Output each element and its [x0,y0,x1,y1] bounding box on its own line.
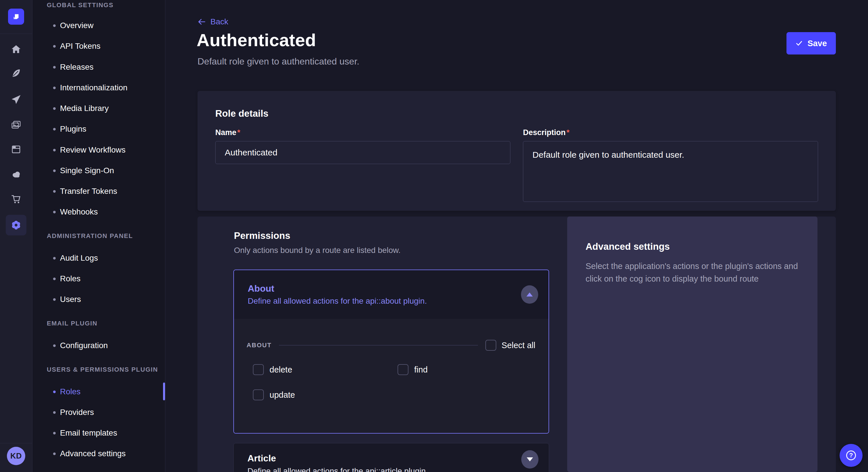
sidebar-item-media-library[interactable]: Media Library [32,98,165,119]
help-button[interactable]: ? [840,444,863,467]
section-users-permissions-plugin: USERS & PERMISSIONS PLUGIN [47,366,158,374]
divider-line [279,345,478,345]
sidebar-item-admin-roles[interactable]: Roles [32,268,165,289]
collapse-button[interactable] [521,285,538,304]
sidebar-item-releases[interactable]: Releases [32,57,165,77]
action-delete: delete [253,364,398,375]
sidebar-item-configuration[interactable]: Configuration [32,335,165,356]
page-title: Authenticated [197,30,316,50]
back-link[interactable]: Back [197,17,228,26]
expand-button[interactable] [521,450,538,469]
rail-divider [0,34,32,34]
accordion-article-title: Article [247,453,535,464]
chevron-up-icon [526,293,533,297]
strapi-logo-icon [11,12,21,22]
check-icon [795,40,803,47]
bullet-icon [53,278,56,280]
about-group-label: ABOUT [247,341,272,349]
main-content: Back Authenticated Default role given to… [165,0,868,472]
bullet-icon [53,128,56,131]
rail-divider [0,443,32,443]
select-all-checkbox[interactable] [485,340,496,351]
action-find: find [398,364,428,375]
accordion-article[interactable]: Article Define all allowed actions for t… [234,443,549,472]
sidebar-item-email-templates[interactable]: Email templates [32,423,165,443]
accordion-about-body: ABOUT Select all delete find [234,319,549,433]
required-asterisk: * [567,128,570,137]
sidebar-item-audit-logs[interactable]: Audit Logs [32,248,165,268]
action-update: update [253,390,398,400]
deploy-send-icon[interactable] [10,94,22,105]
sidebar-item-users[interactable]: Users [32,289,165,310]
settings-gear-button[interactable] [6,215,26,235]
media-library-icon[interactable] [10,119,22,131]
description-label: Description [523,128,566,137]
bullet-icon [53,211,56,213]
advanced-settings-panel: Advanced settings Select the application… [567,216,817,472]
accordion-about-header[interactable]: About Define all allowed actions for the… [234,270,549,319]
bullet-icon [53,66,56,69]
bullet-icon [53,257,56,260]
sidebar-item-advanced-settings[interactable]: Advanced settings [32,443,165,464]
back-label: Back [210,17,228,26]
save-button[interactable]: Save [786,32,836,55]
about-actions-grid: delete find update [253,364,428,400]
page-subtitle: Default role given to authenticated user… [197,56,360,67]
find-checkbox[interactable] [398,364,408,375]
description-field-group: Description* Default role given to authe… [523,128,818,203]
section-global-settings: GLOBAL SETTINGS [47,1,114,9]
section-administration-panel: ADMINISTRATION PANEL [47,232,133,240]
cloud-icon[interactable] [10,169,22,180]
advanced-settings-description: Select the application's actions or the … [586,260,799,285]
bullet-icon [53,169,56,172]
gear-icon [10,219,22,231]
sidebar-item-overview[interactable]: Overview [32,15,165,36]
description-textarea[interactable]: Default role given to authenticated user… [523,141,818,202]
strapi-logo[interactable] [8,9,24,25]
user-avatar[interactable]: KD [7,447,25,465]
delete-checkbox[interactable] [253,364,264,375]
bullet-icon [53,432,56,434]
accordion-article-subtitle: Define all allowed actions for the api::… [247,467,535,472]
content-manager-feather-icon[interactable] [10,67,22,79]
sidebar-item-providers[interactable]: Providers [32,402,165,423]
settings-sidebar: GLOBAL SETTINGS Overview API Tokens Rele… [32,0,165,472]
bullet-icon [53,45,56,47]
sidebar-item-internationalization[interactable]: Internationalization [32,77,165,98]
marketplace-cart-icon[interactable] [10,193,22,205]
bullet-icon [53,190,56,193]
sidebar-item-api-tokens[interactable]: API Tokens [32,36,165,57]
bullet-icon [53,149,56,151]
bullet-icon [53,452,56,455]
bullet-icon [53,87,56,89]
chevron-down-icon [527,458,533,461]
bullet-icon [53,344,56,347]
permissions-section: Permissions Only actions bound by a rout… [197,216,836,472]
home-icon[interactable] [10,43,22,55]
bullet-icon [53,298,56,301]
icon-rail: KD [0,0,32,472]
arrow-left-icon [197,17,206,26]
select-all-label: Select all [501,341,535,350]
sidebar-item-webhooks[interactable]: Webhooks [32,202,165,222]
sidebar-item-single-sign-on[interactable]: Single Sign-On [32,160,165,181]
name-input[interactable] [215,141,510,164]
permissions-subtitle: Only actions bound by a route are listed… [234,246,401,255]
role-details-heading: Role details [215,108,818,119]
role-details-card: Role details Name* Description* Default … [197,91,836,211]
bullet-icon [53,411,56,414]
sidebar-item-transfer-tokens[interactable]: Transfer Tokens [32,181,165,202]
section-email-plugin: EMAIL PLUGIN [47,319,97,328]
sidebar-item-review-workflows[interactable]: Review Workflows [32,140,165,160]
content-type-builder-icon[interactable] [10,144,22,155]
accordion-about-subtitle: Define all allowed actions for the api::… [248,297,549,306]
bullet-icon [53,24,56,27]
accordion-about-title: About [248,283,549,294]
sidebar-item-plugins[interactable]: Plugins [32,119,165,139]
active-item-indicator [163,382,165,400]
bullet-icon [53,107,56,110]
sidebar-item-up-roles[interactable]: Roles [32,381,165,402]
about-group-row: ABOUT Select all [247,339,535,351]
update-checkbox[interactable] [253,390,264,400]
advanced-settings-heading: Advanced settings [586,241,799,252]
